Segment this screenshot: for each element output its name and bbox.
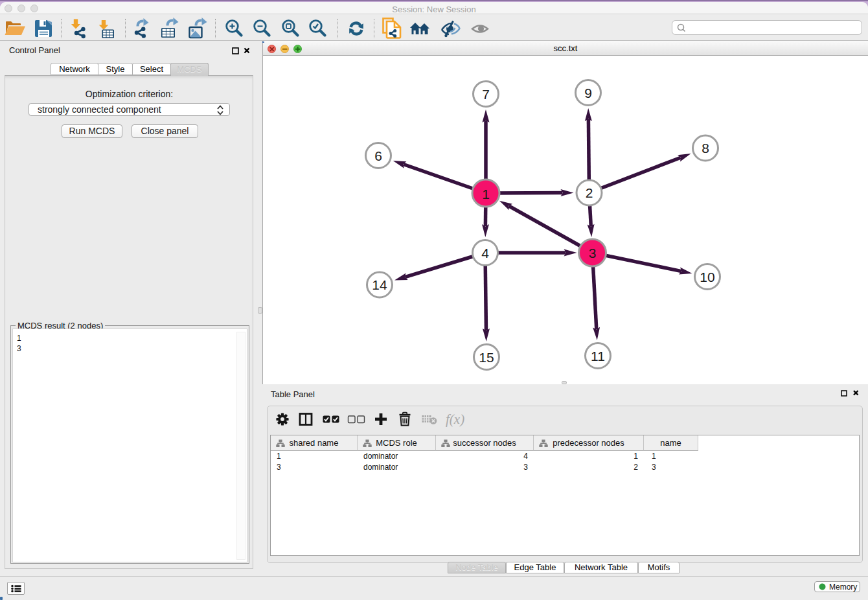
svg-text:10: 10 [700, 270, 714, 284]
svg-text:3: 3 [589, 246, 597, 260]
svg-text:1: 1 [482, 187, 490, 202]
svg-text:4: 4 [481, 246, 489, 260]
svg-text:6: 6 [374, 148, 382, 163]
svg-text:9: 9 [584, 86, 592, 100]
svg-text:7: 7 [482, 87, 490, 102]
svg-text:f(x): f(x) [446, 411, 464, 427]
svg-text:15: 15 [479, 350, 494, 365]
svg-text:2: 2 [586, 185, 593, 200]
svg-text:11: 11 [591, 349, 605, 363]
svg-text:14: 14 [372, 277, 387, 292]
svg-text:8: 8 [702, 141, 709, 156]
